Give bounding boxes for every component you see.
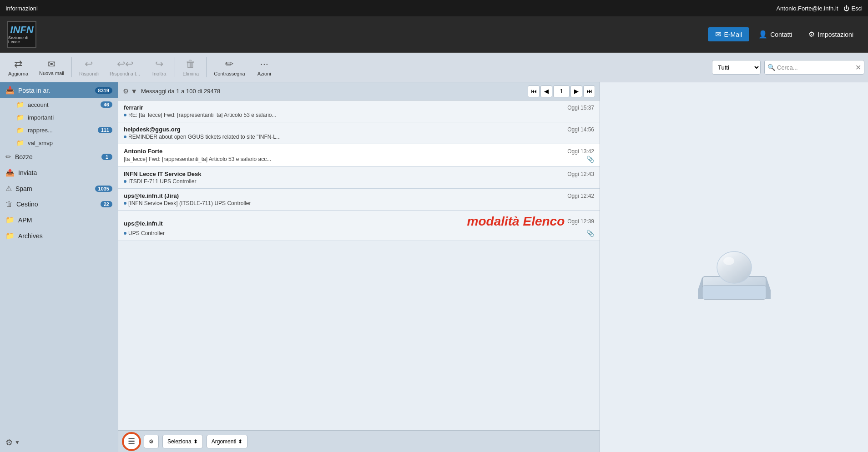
prev-page-button[interactable]: ◀: [540, 85, 552, 97]
gear-small-icon: ⚙: [149, 438, 154, 445]
message-list-footer: ☰ ⚙ Seleziona ⬍ Argomenti ⬍: [118, 430, 600, 452]
annotation-label: modalità Elenco: [467, 214, 565, 229]
inbox-icon: 📥: [5, 86, 15, 95]
reply-all-button[interactable]: ↩↩ Rispondi a t...: [105, 56, 145, 78]
select-button[interactable]: Seleziona ⬍: [162, 435, 203, 448]
preview-empty-icon: [689, 226, 780, 308]
top-bar-right: Antonio.Forte@le.infn.it ⏻ Esci: [776, 5, 863, 12]
folder-apm-icon: 📁: [5, 216, 15, 224]
message-item[interactable]: ups@le.infn.it modalità Elenco Oggi 12:3…: [118, 211, 600, 241]
svg-marker-2: [698, 276, 702, 299]
sidebar-gear-button[interactable]: ⚙ ▼: [0, 433, 118, 452]
svg-rect-1: [702, 286, 766, 299]
message-item[interactable]: helpdesk@ggus.org Oggi 14:56 REMINDER ab…: [118, 122, 600, 144]
update-icon: ⇄: [14, 58, 22, 70]
main-layout: 📥 Posta in ar. 8319 📁 account 46 📁 impor…: [0, 82, 868, 452]
reply-all-icon: ↩↩: [117, 58, 133, 70]
preview-area: [600, 82, 868, 452]
svg-point-6: [723, 257, 734, 265]
message-item[interactable]: INFN Lecce IT Service Desk Oggi 12:43 IT…: [118, 167, 600, 189]
toolbar-separator-2: [175, 57, 175, 77]
trash-icon: 🗑: [186, 58, 196, 70]
gear-mode-button[interactable]: ⚙: [144, 435, 159, 448]
message-item[interactable]: ups@le.infn.it (Jira) Oggi 12:42 [INFN S…: [118, 189, 600, 211]
folder-rappres-icon: 📁: [16, 126, 24, 134]
forward-button[interactable]: ↪ Inoltra: [146, 56, 172, 78]
settings-icon: ⚙: [808, 30, 815, 39]
nav-email-button[interactable]: ✉ E-Mail: [708, 27, 749, 41]
search-box: 🔍 ✕: [764, 60, 864, 75]
last-page-button[interactable]: ⏭: [583, 85, 595, 97]
sidebar-item-account[interactable]: 📁 account 46: [0, 98, 118, 111]
power-icon: ⏻: [843, 5, 849, 12]
toolbar-separator-3: [206, 57, 207, 77]
svg-marker-3: [766, 276, 771, 299]
header-nav: ✉ E-Mail 👤 Contatti ⚙ Impostazioni: [708, 27, 861, 41]
sidebar-item-bozze[interactable]: ✏ Bozze 1: [0, 149, 118, 165]
page-input[interactable]: [553, 85, 570, 97]
unread-dot: [124, 202, 126, 205]
message-nav: ⏮ ◀ ▶ ⏭: [528, 85, 595, 97]
logo-area: INFN Sezione di Lecce: [7, 21, 708, 48]
new-mail-icon: ✉: [48, 59, 56, 70]
select-dropdown-icon: ⬍: [193, 438, 198, 445]
filter-select[interactable]: Tutti Non letti Letti Con allegati: [712, 60, 761, 75]
topics-dropdown-icon: ⬍: [238, 438, 242, 445]
contacts-icon: 👤: [758, 30, 767, 39]
pen-icon: ✏: [225, 58, 233, 70]
search-clear-icon[interactable]: ✕: [855, 63, 861, 72]
sign-out-button[interactable]: ⏻ Esci: [843, 5, 863, 12]
app-title: Informazioni: [5, 5, 38, 12]
sidebar-item-inbox[interactable]: 📥 Posta in ar. 8319: [0, 82, 118, 98]
first-page-button[interactable]: ⏮: [528, 85, 540, 97]
list-mode-button[interactable]: ☰: [123, 433, 140, 450]
list-mode-icon: ☰: [128, 437, 135, 447]
new-mail-button[interactable]: ✉ Nuova mail: [35, 57, 69, 78]
sidebar-item-rappres[interactable]: 📁 rappres... 111: [0, 124, 118, 136]
sidebar-gear-dropdown-icon: ▼: [15, 439, 20, 446]
folder-importanti-icon: 📁: [16, 114, 24, 121]
mark-button[interactable]: ✏ Contrassegna: [209, 56, 250, 78]
search-input[interactable]: [777, 64, 853, 71]
header: INFN Sezione di Lecce ✉ E-Mail 👤 Contatt…: [0, 16, 868, 53]
sent-icon: 📤: [5, 168, 15, 177]
nav-contacts-button[interactable]: 👤 Contatti: [751, 27, 799, 41]
unread-dot: [124, 136, 126, 138]
reply-button[interactable]: ↩ Rispondi: [75, 56, 103, 78]
preview-placeholder: [689, 226, 780, 308]
svg-point-5: [717, 251, 752, 283]
update-button[interactable]: ⇄ Aggiorna: [4, 56, 33, 78]
sidebar-gear-icon: ⚙: [5, 437, 13, 447]
message-item[interactable]: ferrarir Oggi 15:37 RE: [ta_lecce] Fwd: …: [118, 100, 600, 122]
folder-archives-icon: 📁: [5, 231, 15, 240]
sidebar-item-cestino[interactable]: 🗑 Cestino 22: [0, 196, 118, 212]
spam-icon: ⚠: [5, 184, 12, 193]
logo: INFN Sezione di Lecce: [7, 21, 36, 48]
toolbar-right: Tutti Non letti Letti Con allegati 🔍 ✕: [712, 60, 864, 75]
attachment-icon: 📎: [586, 156, 594, 163]
nav-settings-button[interactable]: ⚙ Impostazioni: [801, 27, 861, 41]
topics-button[interactable]: Argomenti ⬍: [207, 435, 248, 448]
dots-icon: ···: [260, 58, 268, 70]
sidebar-item-archives[interactable]: 📁 Archives: [0, 228, 118, 244]
user-email: Antonio.Forte@le.infn.it: [776, 5, 838, 12]
sidebar-item-apm[interactable]: 📁 APM: [0, 212, 118, 228]
forward-icon: ↪: [155, 58, 163, 70]
sidebar-item-val-smvp[interactable]: 📁 val_smvp: [0, 136, 118, 149]
sidebar-item-spam[interactable]: ⚠ Spam 1035: [0, 181, 118, 196]
message-list-header: ⚙ ▼ Messaggi da 1 a 100 di 29478 ⏮ ◀ ▶ ⏭: [118, 82, 600, 100]
sidebar-item-inviata[interactable]: 📤 Inviata: [0, 165, 118, 181]
message-list: ferrarir Oggi 15:37 RE: [ta_lecce] Fwd: …: [118, 100, 600, 430]
email-icon: ✉: [715, 30, 721, 39]
toolbar-separator-1: [71, 57, 72, 77]
reply-icon: ↩: [85, 58, 93, 70]
delete-button[interactable]: 🗑 Elimina: [178, 56, 203, 78]
actions-button[interactable]: ··· Azioni: [252, 56, 277, 78]
message-count: Messaggi da 1 a 100 di 29478: [141, 88, 524, 95]
folder-val-smvp-icon: 📁: [16, 139, 24, 146]
next-page-button[interactable]: ▶: [570, 85, 582, 97]
sidebar-item-importanti[interactable]: 📁 importanti: [0, 111, 118, 124]
message-list-gear-button[interactable]: ⚙ ▼: [123, 87, 137, 95]
message-item[interactable]: Antonio Forte Oggi 13:42 [ta_lecce] Fwd:…: [118, 144, 600, 167]
search-icon: 🔍: [767, 64, 775, 71]
